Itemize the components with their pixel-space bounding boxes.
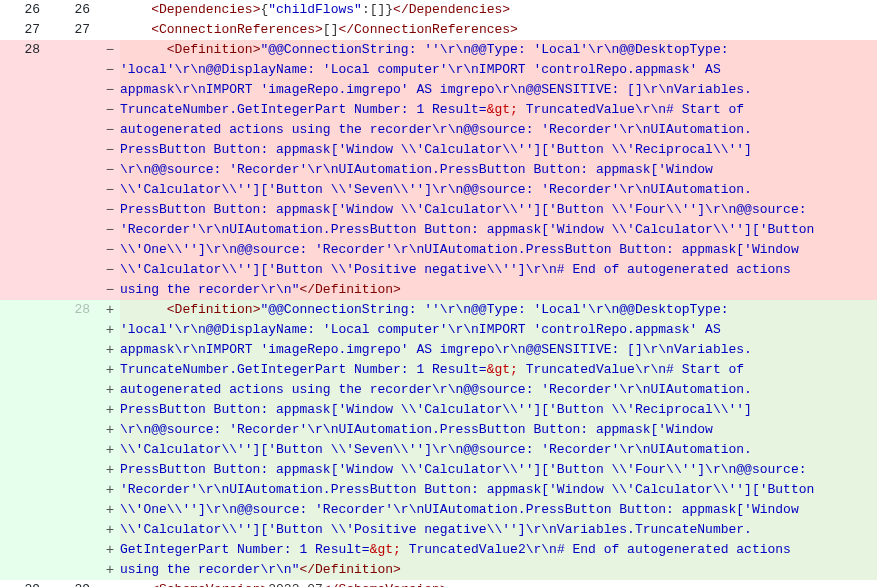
line-number-old: 26 bbox=[0, 0, 50, 20]
minus-icon: − bbox=[100, 160, 120, 180]
code-content[interactable]: 'Recorder'\r\nUIAutomation.PressButton B… bbox=[120, 220, 877, 240]
line-number-new bbox=[50, 240, 100, 260]
minus-icon: − bbox=[100, 80, 120, 100]
diff-line[interactable]: +appmask\r\nIMPORT 'imageRepo.imgrepo' A… bbox=[0, 340, 877, 360]
line-number-old bbox=[0, 460, 50, 480]
line-number-new bbox=[50, 160, 100, 180]
diff-marker bbox=[100, 0, 120, 20]
code-content[interactable]: appmask\r\nIMPORT 'imageRepo.imgrepo' AS… bbox=[120, 80, 877, 100]
code-content[interactable]: \\'Calculator\\'']['Button \\'Positive n… bbox=[120, 260, 877, 280]
line-number-new bbox=[50, 500, 100, 520]
diff-line[interactable]: 2727 <ConnectionReferences>[]</Connectio… bbox=[0, 20, 877, 40]
code-content[interactable]: \r\n@@source: 'Recorder'\r\nUIAutomation… bbox=[120, 160, 877, 180]
diff-line[interactable]: 28+ <Definition>"@@ConnectionString: ''\… bbox=[0, 300, 877, 320]
code-content[interactable]: using the recorder\r\n"</Definition> bbox=[120, 280, 877, 300]
diff-line[interactable]: −'Recorder'\r\nUIAutomation.PressButton … bbox=[0, 220, 877, 240]
code-content[interactable]: \\'Calculator\\'']['Button \\'Positive n… bbox=[120, 520, 877, 540]
code-content[interactable]: <Definition>"@@ConnectionString: ''\r\n@… bbox=[120, 40, 877, 60]
code-content[interactable]: using the recorder\r\n"</Definition> bbox=[120, 560, 877, 580]
diff-line[interactable]: +\\'Calculator\\'']['Button \\'Positive … bbox=[0, 520, 877, 540]
code-content[interactable]: \r\n@@source: 'Recorder'\r\nUIAutomation… bbox=[120, 420, 877, 440]
diff-line[interactable]: +PressButton Button: appmask['Window \\'… bbox=[0, 460, 877, 480]
minus-icon: − bbox=[100, 140, 120, 160]
code-content[interactable]: autogenerated actions using the recorder… bbox=[120, 120, 877, 140]
minus-icon: − bbox=[100, 220, 120, 240]
code-content[interactable]: TruncateNumber.GetIntegerPart Number: 1 … bbox=[120, 100, 877, 120]
line-number-new bbox=[50, 560, 100, 580]
line-number-new bbox=[50, 440, 100, 460]
diff-line[interactable]: 2929 <SchemaVersion>2022.07</SchemaVersi… bbox=[0, 580, 877, 587]
minus-icon: − bbox=[100, 260, 120, 280]
line-number-old bbox=[0, 320, 50, 340]
plus-icon: + bbox=[100, 540, 120, 560]
diff-line[interactable]: +GetIntegerPart Number: 1 Result=&gt; Tr… bbox=[0, 540, 877, 560]
line-number-old bbox=[0, 420, 50, 440]
code-content[interactable]: TruncateNumber.GetIntegerPart Number: 1 … bbox=[120, 360, 877, 380]
line-number-new bbox=[50, 140, 100, 160]
code-content[interactable]: <Definition>"@@ConnectionString: ''\r\n@… bbox=[120, 300, 877, 320]
diff-line[interactable]: +using the recorder\r\n"</Definition> bbox=[0, 560, 877, 580]
code-content[interactable]: \\'One\\'']\r\n@@source: 'Recorder'\r\nU… bbox=[120, 240, 877, 260]
diff-line[interactable]: +'Recorder'\r\nUIAutomation.PressButton … bbox=[0, 480, 877, 500]
minus-icon: − bbox=[100, 120, 120, 140]
code-content[interactable]: <SchemaVersion>2022.07</SchemaVersion> bbox=[120, 580, 877, 587]
line-number-new bbox=[50, 280, 100, 300]
plus-icon: + bbox=[100, 320, 120, 340]
code-content[interactable]: <Dependencies>{"childFlows":[]}</Depende… bbox=[120, 0, 877, 20]
diff-line[interactable]: −TruncateNumber.GetIntegerPart Number: 1… bbox=[0, 100, 877, 120]
minus-icon: − bbox=[100, 180, 120, 200]
diff-line[interactable]: +PressButton Button: appmask['Window \\'… bbox=[0, 400, 877, 420]
diff-line[interactable]: −\\'Calculator\\'']['Button \\'Positive … bbox=[0, 260, 877, 280]
diff-line[interactable]: −\r\n@@source: 'Recorder'\r\nUIAutomatio… bbox=[0, 160, 877, 180]
diff-line[interactable]: −appmask\r\nIMPORT 'imageRepo.imgrepo' A… bbox=[0, 80, 877, 100]
diff-line[interactable]: −\\'One\\'']\r\n@@source: 'Recorder'\r\n… bbox=[0, 240, 877, 260]
diff-line[interactable]: −using the recorder\r\n"</Definition> bbox=[0, 280, 877, 300]
diff-line[interactable]: −PressButton Button: appmask['Window \\'… bbox=[0, 140, 877, 160]
line-number-old: 27 bbox=[0, 20, 50, 40]
code-content[interactable]: GetIntegerPart Number: 1 Result=&gt; Tru… bbox=[120, 540, 877, 560]
code-content[interactable]: \\'Calculator\\'']['Button \\'Seven\\'']… bbox=[120, 180, 877, 200]
code-content[interactable]: <ConnectionReferences>[]</ConnectionRefe… bbox=[120, 20, 877, 40]
line-number-old bbox=[0, 260, 50, 280]
code-content[interactable]: 'local'\r\n@@DisplayName: 'Local compute… bbox=[120, 320, 877, 340]
code-content[interactable]: PressButton Button: appmask['Window \\'C… bbox=[120, 140, 877, 160]
line-number-old bbox=[0, 480, 50, 500]
plus-icon: + bbox=[100, 420, 120, 440]
line-number-new: 28 bbox=[50, 300, 100, 320]
diff-line[interactable]: +\\'One\\'']\r\n@@source: 'Recorder'\r\n… bbox=[0, 500, 877, 520]
code-content[interactable]: \\'Calculator\\'']['Button \\'Seven\\'']… bbox=[120, 440, 877, 460]
diff-line[interactable]: −PressButton Button: appmask['Window \\'… bbox=[0, 200, 877, 220]
line-number-old bbox=[0, 380, 50, 400]
plus-icon: + bbox=[100, 360, 120, 380]
diff-line[interactable]: −'local'\r\n@@DisplayName: 'Local comput… bbox=[0, 60, 877, 80]
plus-icon: + bbox=[100, 380, 120, 400]
plus-icon: + bbox=[100, 300, 120, 320]
line-number-new bbox=[50, 320, 100, 340]
code-content[interactable]: PressButton Button: appmask['Window \\'C… bbox=[120, 200, 877, 220]
line-number-old bbox=[0, 340, 50, 360]
code-content[interactable]: appmask\r\nIMPORT 'imageRepo.imgrepo' AS… bbox=[120, 340, 877, 360]
diff-line[interactable]: −autogenerated actions using the recorde… bbox=[0, 120, 877, 140]
diff-line[interactable]: +\\'Calculator\\'']['Button \\'Seven\\''… bbox=[0, 440, 877, 460]
line-number-new bbox=[50, 340, 100, 360]
plus-icon: + bbox=[100, 500, 120, 520]
line-number-new bbox=[50, 260, 100, 280]
diff-line[interactable]: +'local'\r\n@@DisplayName: 'Local comput… bbox=[0, 320, 877, 340]
code-content[interactable]: 'Recorder'\r\nUIAutomation.PressButton B… bbox=[120, 480, 877, 500]
line-number-new bbox=[50, 460, 100, 480]
diff-line[interactable]: +\r\n@@source: 'Recorder'\r\nUIAutomatio… bbox=[0, 420, 877, 440]
code-content[interactable]: PressButton Button: appmask['Window \\'C… bbox=[120, 460, 877, 480]
plus-icon: + bbox=[100, 440, 120, 460]
line-number-new: 27 bbox=[50, 20, 100, 40]
diff-line[interactable]: 28− <Definition>"@@ConnectionString: ''\… bbox=[0, 40, 877, 60]
diff-line[interactable]: +TruncateNumber.GetIntegerPart Number: 1… bbox=[0, 360, 877, 380]
code-content[interactable]: PressButton Button: appmask['Window \\'C… bbox=[120, 400, 877, 420]
diff-line[interactable]: +autogenerated actions using the recorde… bbox=[0, 380, 877, 400]
line-number-new bbox=[50, 540, 100, 560]
code-content[interactable]: 'local'\r\n@@DisplayName: 'Local compute… bbox=[120, 60, 877, 80]
line-number-new bbox=[50, 200, 100, 220]
code-content[interactable]: \\'One\\'']\r\n@@source: 'Recorder'\r\nU… bbox=[120, 500, 877, 520]
code-content[interactable]: autogenerated actions using the recorder… bbox=[120, 380, 877, 400]
diff-line[interactable]: −\\'Calculator\\'']['Button \\'Seven\\''… bbox=[0, 180, 877, 200]
diff-line[interactable]: 2626 <Dependencies>{"childFlows":[]}</De… bbox=[0, 0, 877, 20]
